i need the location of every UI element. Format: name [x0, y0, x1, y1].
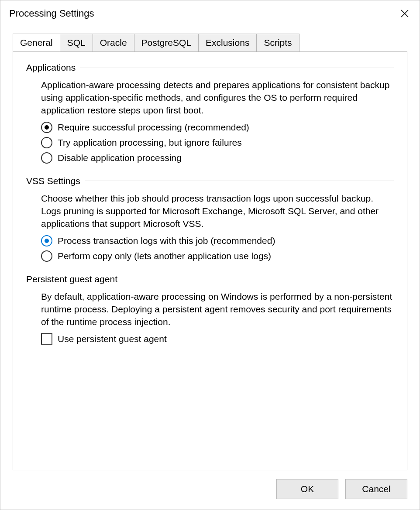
tab-oracle[interactable]: Oracle [93, 34, 134, 52]
group-persistent-agent: Persistent guest agent By default, appli… [26, 274, 394, 346]
tab-panel-general: Applications Application-aware processin… [13, 51, 407, 470]
group-rule [85, 181, 394, 181]
radio-icon [41, 250, 52, 262]
radio-label: Require successful processing (recommend… [58, 121, 249, 134]
checkbox-label: Use persistent guest agent [58, 333, 167, 346]
group-body: Application-aware processing detects and… [26, 79, 394, 164]
tab-postgresql[interactable]: PostgreSQL [134, 34, 199, 52]
radio-icon [41, 137, 52, 148]
cancel-button[interactable]: Cancel [345, 479, 407, 499]
radio-icon [41, 122, 52, 133]
group-title: Persistent guest agent [26, 274, 122, 284]
radio-label: Disable application processing [58, 152, 182, 164]
radio-try-ignore-failures[interactable]: Try application processing, but ignore f… [41, 137, 394, 149]
close-icon [400, 9, 409, 18]
group-title: VSS Settings [26, 176, 85, 186]
radio-copy-only[interactable]: Perform copy only (lets another applicat… [41, 250, 394, 263]
checkbox-icon [41, 333, 52, 345]
ok-button[interactable]: OK [276, 479, 338, 499]
tab-label: Scripts [264, 38, 292, 48]
button-bar: OK Cancel [0, 470, 420, 510]
radio-icon [41, 152, 52, 164]
radio-process-logs[interactable]: Process transaction logs with this job (… [41, 235, 394, 247]
tab-row: General SQL Oracle PostgreSQL Exclusions… [13, 34, 407, 52]
persistent-description: By default, application-aware processing… [41, 291, 394, 329]
applications-description: Application-aware processing detects and… [41, 79, 394, 117]
tab-sql[interactable]: SQL [60, 34, 93, 52]
vss-description: Choose whether this job should process t… [41, 192, 394, 230]
tab-label: Oracle [100, 38, 127, 48]
dialog-window: Processing Settings General SQL Oracle P… [0, 0, 420, 510]
tab-exclusions[interactable]: Exclusions [198, 34, 257, 52]
group-rule [80, 68, 394, 68]
group-title: Applications [26, 62, 80, 73]
button-label: Cancel [362, 484, 390, 494]
radio-label: Perform copy only (lets another applicat… [58, 250, 271, 263]
group-header: Applications [26, 62, 394, 73]
checkbox-persistent-agent[interactable]: Use persistent guest agent [41, 333, 394, 346]
tab-general[interactable]: General [13, 34, 60, 52]
group-body: Choose whether this job should process t… [26, 192, 394, 263]
button-label: OK [301, 484, 314, 494]
window-title: Processing Settings [9, 8, 94, 19]
tab-label: General [20, 38, 53, 48]
group-rule [122, 279, 394, 279]
tab-label: PostgreSQL [141, 38, 191, 48]
titlebar: Processing Settings [0, 0, 420, 26]
close-button[interactable] [396, 5, 413, 22]
tab-label: Exclusions [206, 38, 249, 48]
group-body: By default, application-aware processing… [26, 291, 394, 346]
content-area: General SQL Oracle PostgreSQL Exclusions… [0, 26, 420, 470]
radio-label: Process transaction logs with this job (… [58, 235, 275, 247]
radio-icon [41, 235, 52, 246]
tab-label: SQL [67, 38, 86, 48]
radio-require-successful[interactable]: Require successful processing (recommend… [41, 121, 394, 134]
group-header: Persistent guest agent [26, 274, 394, 284]
group-vss: VSS Settings Choose whether this job sho… [26, 176, 394, 263]
group-header: VSS Settings [26, 176, 394, 186]
radio-label: Try application processing, but ignore f… [58, 137, 242, 149]
tab-scripts[interactable]: Scripts [256, 34, 299, 52]
group-applications: Applications Application-aware processin… [26, 62, 394, 164]
radio-disable-processing[interactable]: Disable application processing [41, 152, 394, 164]
